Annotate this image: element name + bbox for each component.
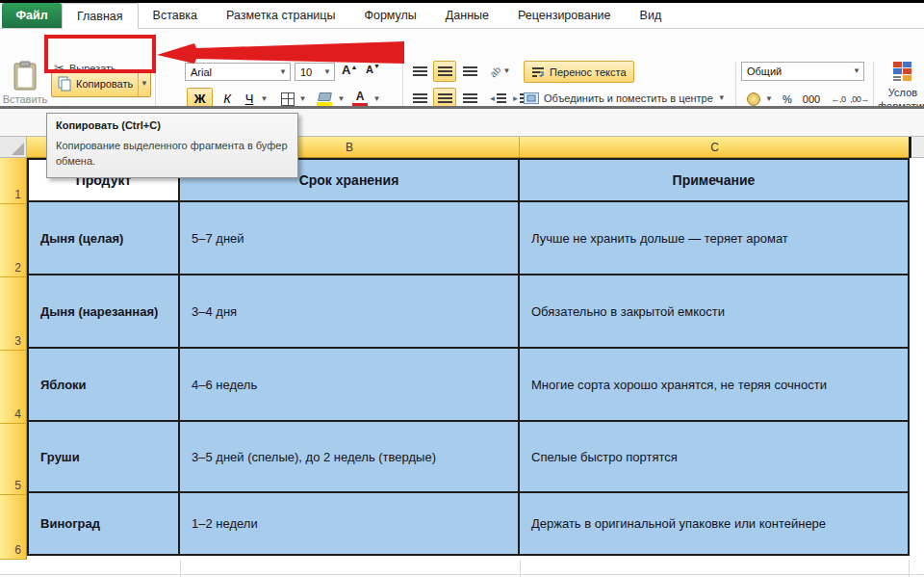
- tooltip-title: Копировать (Ctrl+C): [56, 119, 289, 131]
- tab-review[interactable]: Рецензирование: [503, 3, 626, 28]
- cell-product[interactable]: Груши: [29, 422, 180, 493]
- cell-product[interactable]: Дыня (целая): [29, 202, 180, 275]
- font-color-letter: А: [356, 91, 365, 102]
- cell-note[interactable]: Многие сорта хорошо хранятся, не теряя с…: [520, 349, 908, 422]
- tooltip-body: Копирование выделенного фрагмента в буфе…: [56, 139, 289, 170]
- orientation-icon: ab: [488, 64, 503, 79]
- copy-tooltip: Копировать (Ctrl+C) Копирование выделенн…: [46, 113, 298, 178]
- tab-formulas[interactable]: Формулы: [349, 3, 430, 28]
- orientation-button[interactable]: ab▼: [487, 61, 514, 82]
- annotation-red-rectangle: [44, 35, 156, 73]
- copy-button[interactable]: Копировать ▼: [51, 69, 151, 97]
- table-row: Яблоки 4–6 недель Многие сорта хорошо хр…: [29, 349, 908, 422]
- tab-page-layout[interactable]: Разметка страницы: [212, 3, 349, 28]
- cell-duration[interactable]: 3–5 дней (спелые), до 2 недель (твердые): [180, 422, 520, 493]
- clipboard-icon: [13, 61, 38, 92]
- row-header-2[interactable]: 2: [0, 204, 27, 277]
- row-header-4[interactable]: 4: [0, 351, 27, 424]
- fill-bucket-icon: [318, 92, 332, 101]
- table-row: Груши 3–5 дней (спелые), до 2 недель (тв…: [29, 422, 908, 493]
- cell-note[interactable]: Спелые быстро портятся: [520, 422, 908, 493]
- tab-insert[interactable]: Вставка: [139, 3, 212, 28]
- paste-label: Вставить: [3, 93, 48, 105]
- table-row: Дыня (целая) 5–7 дней Лучше не хранить д…: [29, 202, 908, 275]
- select-all-corner[interactable]: [0, 137, 27, 158]
- borders-icon: [281, 92, 295, 106]
- row-header-6[interactable]: 6: [0, 495, 27, 560]
- cell-product[interactable]: Дыня (нарезанная): [29, 275, 180, 349]
- copy-icon: [57, 76, 72, 92]
- currency-icon: [747, 92, 760, 106]
- align-middle-icon: [438, 66, 452, 77]
- storage-table: Продукт Срок хранения Примечание Дыня (ц…: [27, 158, 910, 556]
- row-header-3[interactable]: 3: [0, 277, 27, 351]
- align-top-icon: [413, 66, 427, 77]
- header-cell-note[interactable]: Примечание: [520, 160, 908, 202]
- conditional-formatting-icon: [892, 61, 913, 82]
- align-left-icon: [413, 93, 427, 104]
- tab-data[interactable]: Данные: [431, 3, 503, 28]
- annotation-red-arrow: [154, 37, 404, 69]
- cell-duration[interactable]: 5–7 дней: [180, 202, 520, 275]
- tab-file[interactable]: Файл: [2, 3, 62, 28]
- cell-note[interactable]: Обязательно в закрытой емкости: [520, 275, 908, 349]
- wrap-text-button[interactable]: Перенос текста: [524, 61, 634, 83]
- align-bottom-button[interactable]: [458, 61, 481, 82]
- merge-center-caret: ▼: [718, 94, 726, 102]
- tab-view[interactable]: Вид: [626, 3, 677, 28]
- table-right-border: [909, 137, 911, 158]
- row-header-5[interactable]: 5: [0, 424, 27, 495]
- cell-duration[interactable]: 3–4 дня: [180, 275, 520, 349]
- fill-color-bar: [317, 102, 332, 106]
- number-format-value: Общий: [747, 66, 782, 77]
- ribbon-tab-bar: Файл Главная Вставка Разметка страницы Ф…: [0, 3, 924, 29]
- decrease-indent-icon: [497, 93, 506, 104]
- cell-note[interactable]: Держать в оригинальной упаковке или конт…: [520, 493, 908, 554]
- conditional-formatting-label-line1: Услов: [888, 87, 917, 98]
- table-row: Виноград 1–2 недели Держать в оригинальн…: [29, 493, 908, 554]
- merge-center-label: Объединить и поместить в центре: [544, 92, 713, 104]
- align-center-icon: [438, 93, 452, 104]
- column-header-next[interactable]: [912, 137, 924, 158]
- copy-dropdown[interactable]: ▼: [138, 70, 150, 96]
- cell-product[interactable]: Виноград: [29, 493, 180, 554]
- table-row: Дыня (нарезанная) 3–4 дня Обязательно в …: [29, 275, 908, 349]
- cell-product[interactable]: Яблоки: [29, 349, 180, 422]
- align-right-icon: [463, 93, 477, 104]
- tab-home[interactable]: Главная: [62, 3, 139, 29]
- align-bottom-icon: [463, 66, 477, 77]
- merge-center-icon: [524, 92, 539, 104]
- align-top-button[interactable]: [408, 61, 431, 82]
- row-headers: 1 2 3 4 5 6: [0, 158, 27, 560]
- wrap-text-icon: [531, 66, 545, 78]
- row-header-1[interactable]: 1: [0, 158, 27, 204]
- column-header-c[interactable]: C: [520, 137, 910, 157]
- number-format-select[interactable]: Общий ▼: [741, 62, 864, 81]
- sheet-area-below-table[interactable]: [0, 560, 924, 577]
- copy-label: Копировать: [72, 78, 138, 90]
- align-middle-button[interactable]: [433, 61, 456, 82]
- cell-duration[interactable]: 4–6 недель: [180, 349, 520, 422]
- wrap-text-label: Перенос текста: [550, 66, 627, 78]
- cell-note[interactable]: Лучше не хранить дольше — теряет аромат: [520, 202, 908, 275]
- number-format-caret: ▼: [853, 67, 860, 75]
- cell-duration[interactable]: 1–2 недели: [180, 493, 520, 554]
